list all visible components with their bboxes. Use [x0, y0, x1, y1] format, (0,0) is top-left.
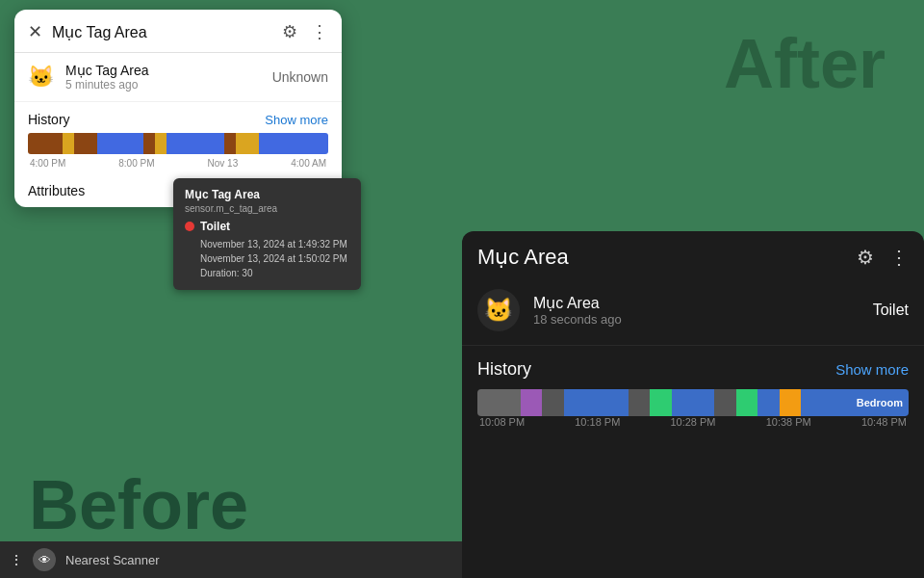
- bar-seg-2: [63, 133, 74, 154]
- history-header: History Show more: [28, 112, 328, 127]
- dark-time-1: 10:08 PM: [479, 416, 525, 428]
- close-button[interactable]: ✕: [28, 21, 42, 42]
- dark-bar-seg-3: [542, 389, 563, 416]
- dark-bar-seg-8: [714, 389, 735, 416]
- time-label-2: 8:00 PM: [118, 158, 154, 169]
- bar-seg-3: [74, 133, 97, 154]
- dark-show-more-link[interactable]: Show more: [835, 361, 909, 378]
- dark-bar-seg-12: Bedroom: [801, 389, 909, 416]
- dark-bar-seg-2: [521, 389, 542, 416]
- dark-bar-seg-6: [650, 389, 671, 416]
- tooltip-date2: November 13, 2024 at 1:50:02 PM: [200, 253, 347, 264]
- dark-dialog-title: Mục Area: [477, 245, 857, 270]
- time-label-4: 4:00 AM: [291, 158, 326, 169]
- dark-time-labels: 10:08 PM 10:18 PM 10:28 PM 10:38 PM 10:4…: [477, 416, 909, 428]
- tooltip-dot: [185, 222, 194, 231]
- history-section: History Show more 4:00 PM 8:00 PM Nov 13…: [14, 102, 342, 174]
- dark-entity-row: 🐱 Mục Area 18 seconds ago Toilet: [462, 281, 924, 346]
- time-labels: 4:00 PM 8:00 PM Nov 13 4:00 AM: [28, 158, 328, 169]
- show-more-link[interactable]: Show more: [265, 113, 328, 127]
- dark-bar-seg-4: [564, 389, 629, 416]
- dark-more-options-icon[interactable]: ⋮: [889, 246, 909, 269]
- dark-gear-icon[interactable]: ⚙: [857, 246, 874, 269]
- history-label: History: [28, 112, 70, 127]
- after-panel: After Mục Area ⚙ ⋮ 🐱 Mục Area 18 seconds…: [462, 0, 924, 578]
- bottom-bar-eye-icon[interactable]: 👁: [33, 548, 56, 571]
- before-label: Before: [29, 470, 248, 539]
- bar-seg-8: [224, 133, 236, 154]
- time-label-1: 4:00 PM: [30, 158, 65, 169]
- dark-bar-seg-5: [629, 389, 650, 416]
- tooltip-date1: November 13, 2024 at 1:49:32 PM: [200, 239, 347, 250]
- bar-seg-7: [167, 133, 224, 154]
- before-panel: ✕ Mục Tag Area ⚙ ⋮ 🐱 Mục Tag Area 5 minu…: [0, 0, 462, 578]
- after-dialog: Mục Area ⚙ ⋮ 🐱 Mục Area 18 seconds ago T…: [462, 231, 924, 578]
- entity-time: 5 minutes ago: [65, 78, 272, 92]
- bedroom-label: Bedroom: [857, 397, 909, 408]
- entity-icon: 🐱: [28, 65, 54, 90]
- entity-state: Unknown: [272, 69, 328, 85]
- time-label-3: Nov 13: [208, 158, 239, 169]
- dark-history-label: History: [477, 359, 531, 380]
- dark-bar-wrapper: Bedroom: [477, 389, 909, 416]
- bar-seg-9: [236, 133, 259, 154]
- more-options-icon[interactable]: ⋮: [311, 21, 328, 42]
- dark-entity-time: 18 seconds ago: [533, 312, 873, 327]
- dialog-header: ✕ Mục Tag Area ⚙ ⋮: [14, 10, 342, 53]
- dark-bar-seg-9: [736, 389, 757, 416]
- dark-entity-icon: 🐱: [477, 289, 520, 331]
- tooltip-dates: November 13, 2024 at 1:49:32 PM November…: [200, 237, 349, 280]
- dark-bar-seg-1: [477, 389, 521, 416]
- dark-bar-seg-10: [757, 389, 779, 416]
- gear-icon[interactable]: ⚙: [282, 21, 297, 42]
- bar-seg-1: [28, 133, 63, 154]
- dark-dialog-header: Mục Area ⚙ ⋮: [462, 231, 924, 281]
- dark-entity-state: Toilet: [873, 302, 909, 319]
- tooltip-duration: Duration: 30: [200, 268, 252, 278]
- tooltip-entity: sensor.m_c_tag_area: [185, 203, 349, 214]
- after-label: After: [724, 29, 886, 98]
- entity-row: 🐱 Mục Tag Area 5 minutes ago Unknown: [14, 53, 342, 102]
- tooltip-state-row: Toilet: [185, 220, 349, 233]
- dark-time-3: 10:28 PM: [670, 416, 715, 428]
- dark-time-5: 10:48 PM: [861, 416, 907, 428]
- bar-seg-10: [259, 133, 328, 154]
- dark-entity-info: Mục Area 18 seconds ago: [533, 294, 873, 327]
- dark-history-section: History Show more Bedroom: [462, 346, 924, 435]
- tooltip-title: Mục Tag Area: [185, 188, 349, 201]
- dark-history-header: History Show more: [477, 359, 909, 380]
- bottom-bar: ⋮ 👁 Nearest Scanner: [0, 541, 462, 578]
- bar-seg-4: [97, 133, 143, 154]
- bottom-bar-scanner-text: Nearest Scanner: [65, 553, 160, 567]
- history-bar: [28, 133, 328, 154]
- entity-info: Mục Tag Area 5 minutes ago: [65, 63, 272, 92]
- dark-time-4: 10:38 PM: [766, 416, 811, 428]
- entity-name: Mục Tag Area: [65, 63, 272, 78]
- bar-seg-5: [143, 133, 155, 154]
- dark-bar-seg-11: [780, 389, 801, 416]
- bottom-bar-dots-icon[interactable]: ⋮: [10, 552, 23, 567]
- dark-bar-seg-7: [672, 389, 715, 416]
- attributes-label: Attributes: [28, 183, 85, 198]
- dark-history-bar: Bedroom: [477, 389, 909, 416]
- dark-entity-name: Mục Area: [533, 294, 873, 312]
- dark-time-2: 10:18 PM: [575, 416, 620, 428]
- header-icons: ⚙ ⋮: [282, 21, 328, 42]
- dialog-title: Mục Tag Area: [52, 23, 282, 41]
- tooltip-popup: Mục Tag Area sensor.m_c_tag_area Toilet …: [173, 178, 361, 290]
- tooltip-state: Toilet: [200, 220, 230, 233]
- bar-seg-6: [155, 133, 167, 154]
